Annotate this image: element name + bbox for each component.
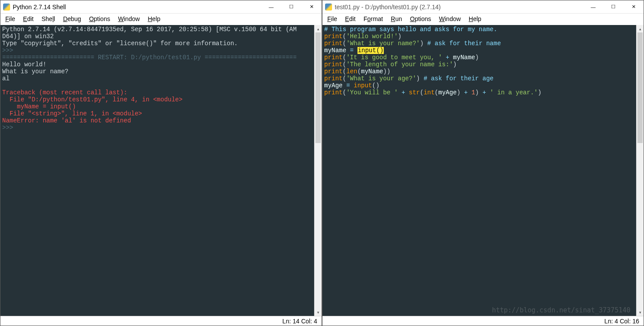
menu-edit[interactable]: Edit: [20, 14, 37, 23]
scrollbar-up-icon[interactable]: ▴: [637, 25, 644, 32]
python-icon: [325, 4, 332, 11]
maximize-button[interactable]: ☐: [603, 0, 623, 14]
menu-shell[interactable]: Shell: [39, 14, 58, 23]
shell-title: Python 2.7.14 Shell: [13, 4, 261, 11]
editor-titlebar[interactable]: test01.py - D:/python/test01.py (2.7.14)…: [322, 0, 644, 14]
editor-menubar: File Edit Format Run Options Window Help: [322, 14, 644, 25]
menu-format[interactable]: Format: [361, 14, 386, 23]
minimize-button[interactable]: —: [583, 0, 603, 14]
menu-window[interactable]: Window: [115, 14, 143, 23]
shell-menubar: File Edit Shell Debug Options Window Hel…: [0, 14, 322, 25]
menu-debug[interactable]: Debug: [60, 14, 84, 23]
menu-window[interactable]: Window: [436, 14, 464, 23]
close-button[interactable]: ✕: [301, 0, 322, 14]
menu-options[interactable]: Options: [86, 14, 113, 23]
close-button[interactable]: ✕: [623, 0, 644, 14]
menu-help[interactable]: Help: [466, 14, 485, 23]
scrollbar-track[interactable]: [637, 32, 644, 308]
menu-options[interactable]: Options: [407, 14, 434, 23]
editor-window: test01.py - D:/python/test01.py (2.7.14)…: [322, 0, 644, 326]
shell-titlebar[interactable]: Python 2.7.14 Shell — ☐ ✕: [0, 0, 322, 14]
scrollbar-down-icon[interactable]: ▾: [315, 308, 322, 316]
scrollbar-track[interactable]: [315, 32, 322, 308]
maximize-button[interactable]: ☐: [281, 0, 301, 14]
menu-run[interactable]: Run: [388, 14, 405, 23]
editor-statusbar: Ln: 4 Col: 16: [322, 316, 644, 326]
scrollbar-vertical[interactable]: ▴ ▾: [314, 25, 322, 316]
minimize-button[interactable]: —: [261, 0, 281, 14]
editor-status-text: Ln: 4 Col: 16: [605, 318, 639, 325]
shell-editor[interactable]: Python 2.7.14 (v2.7.14:84471935ed, Sep 1…: [0, 25, 314, 316]
shell-window: Python 2.7.14 Shell — ☐ ✕ File Edit Shel…: [0, 0, 322, 326]
menu-edit[interactable]: Edit: [342, 14, 359, 23]
editor-title: test01.py - D:/python/test01.py (2.7.14): [335, 4, 583, 11]
scrollbar-up-icon[interactable]: ▴: [315, 25, 322, 32]
code-editor[interactable]: # This program says hello and asks for m…: [322, 25, 636, 316]
menu-file[interactable]: File: [2, 14, 18, 23]
menu-file[interactable]: File: [324, 14, 340, 23]
shell-status-text: Ln: 14 Col: 4: [283, 318, 317, 325]
menu-help[interactable]: Help: [145, 14, 163, 23]
scrollbar-thumb[interactable]: [637, 32, 643, 143]
scrollbar-down-icon[interactable]: ▾: [637, 308, 644, 316]
shell-statusbar: Ln: 14 Col: 4: [0, 316, 322, 326]
python-icon: [3, 4, 10, 11]
scrollbar-thumb[interactable]: [315, 32, 321, 143]
scrollbar-vertical[interactable]: ▴ ▾: [636, 25, 644, 316]
